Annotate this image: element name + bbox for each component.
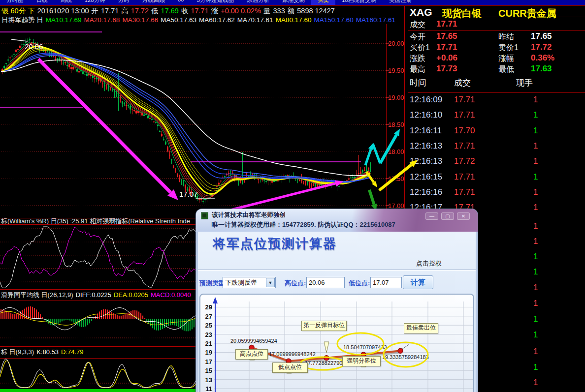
quote-field: 卖价1 — [498, 43, 519, 53]
svg-text:19: 19 — [205, 349, 212, 356]
ma-segment: MA70:17.61 — [237, 16, 273, 24]
menu-item[interactable]: 60 — [171, 0, 191, 5]
quote-field: 最高 — [410, 64, 425, 75]
prediction-type-select[interactable]: 下跌测反弹 ▼ — [223, 277, 276, 288]
tape-column-header: 现手 — [516, 77, 533, 89]
svg-text:29: 29 — [205, 303, 212, 311]
tape-partial-lot: 1 — [533, 283, 538, 293]
svg-text:15: 15 — [205, 367, 212, 374]
tape-partial-lot: 1 — [533, 299, 538, 308]
quote-field: 17.72 — [531, 42, 552, 52]
menu-item[interactable]: 5分钟超短线图 — [190, 0, 240, 5]
menu-item[interactable]: 美国注册 — [383, 0, 418, 5]
window-controls: — ▢ ✕ — [425, 212, 470, 220]
macd-label-segment: DIFF:0.0225 — [76, 291, 111, 299]
tape-partial-lot: 1 — [533, 347, 538, 357]
info-segment: 17.71 — [191, 7, 208, 15]
info-segment: 17.72 — [131, 7, 149, 15]
tape-column-header: 成交 — [454, 77, 471, 89]
info-segment: 低 — [151, 7, 159, 15]
menu-item[interactable]: 月线回顾 — [136, 0, 171, 5]
menu-item[interactable]: 原油交易 — [276, 0, 311, 5]
svg-text:19.3335759284183: 19.3335759284183 — [382, 354, 429, 360]
calculator-heading: 将军点位预测计算器 — [213, 235, 337, 252]
svg-text:19.50: 19.50 — [388, 67, 404, 74]
menu-item[interactable]: 120分钟 — [78, 0, 112, 5]
macd-label-segment: MACD:0.0040 — [151, 291, 191, 299]
svg-text:11: 11 — [205, 385, 212, 392]
menu-item[interactable]: 原油分析 — [240, 0, 276, 5]
prediction-type-value: 下跌测反弹 — [225, 279, 257, 286]
authorize-link[interactable]: 点击授权 — [416, 259, 442, 268]
quote-field: 成交 — [410, 20, 425, 30]
quote-field: 昨结 — [498, 32, 514, 42]
titlebar-line2: 唯一计算器授权使用群：154772859. 防伪认证QQ：2215610087 — [212, 220, 395, 229]
quote-name: 现货白银 — [442, 7, 482, 20]
ma-values-bar: 日将军趋势 日MA10:17.69MA20:17.68MA30:17.66MA5… — [1, 16, 404, 24]
quote-field: 17.71 — [436, 19, 457, 29]
williams-label-segment: 标(William's %R) 日(35) :25.91 相对强弱指标(Rela… — [1, 217, 190, 225]
maximize-button[interactable]: ▢ — [441, 212, 454, 220]
calculate-button[interactable]: 计算 — [403, 275, 433, 289]
menu-bar: 分时图日线周线120分钟分时月线回顾605分钟超短线图原油分析原油交易买卖10档… — [0, 0, 585, 5]
tape-partial-lot: 1 — [533, 330, 538, 340]
svg-text:20.0599994659424: 20.0599994659424 — [230, 338, 277, 344]
quote-field: 买价1 — [410, 43, 430, 53]
close-button[interactable]: ✕ — [457, 212, 470, 220]
tape-partial-lot: 1 — [533, 378, 538, 388]
calculator-icon — [201, 212, 208, 219]
kdj-label-segment: 标 日(9,3,3) — [1, 348, 34, 356]
tape-partial-lot: 1 — [533, 267, 538, 277]
quote-field: 17.71 — [436, 42, 457, 52]
kdj-indicator-label: 标 日(9,3,3)K:80.53D:74.79 — [1, 348, 86, 357]
menu-item[interactable]: 日线 — [30, 0, 54, 5]
macd-label-segment: 滑异同平均线 日(26,12,9) — [1, 291, 73, 299]
svg-text:17.07: 17.07 — [179, 190, 198, 198]
info-segment: 17.69 — [161, 7, 179, 15]
svg-text:20.06: 20.06 — [25, 42, 43, 51]
ma-segment: MA50:17.63 — [161, 16, 196, 24]
ma-segment: 日将军趋势 日 — [1, 16, 43, 24]
ma-segment: MA20:17.68 — [84, 16, 120, 24]
svg-text:20.00: 20.00 — [388, 40, 404, 47]
calculator-form: 预测类型: 下跌测反弹 ▼ 高位点: 低位点: 计算 — [198, 274, 476, 294]
menu-item[interactable]: 买卖 — [311, 0, 335, 5]
quote-field: 17.63 — [531, 64, 552, 74]
quote-market: CURR贵金属 — [498, 7, 556, 20]
svg-text:27: 27 — [205, 313, 212, 320]
quote-symbol: XAG — [410, 6, 432, 18]
minimize-button[interactable]: — — [425, 212, 438, 220]
prediction-chart: 29272523211917151311920.059999465942417.… — [199, 294, 474, 392]
menu-item[interactable]: 分时图 — [0, 0, 30, 5]
calculator-client: 将军点位预测计算器 点击授权 预测类型: 下跌测反弹 ▼ 高位点: 低位点: 计… — [198, 232, 476, 392]
menu-item[interactable]: 周线 — [54, 0, 78, 5]
svg-text:21: 21 — [205, 340, 212, 347]
calculator-titlebar[interactable]: 该计算技术由将军老师独创 唯一计算器授权使用群：154772859. 防伪认证Q… — [196, 209, 478, 232]
info-segment: 高 — [121, 7, 129, 15]
chart-callout: 最佳卖出位 — [404, 323, 438, 333]
svg-text:25: 25 — [205, 322, 212, 329]
info-segment: 5898 12427 — [297, 7, 335, 15]
ma-segment: MA160:17.61 — [356, 16, 395, 24]
info-segment: 额 — [288, 7, 295, 15]
kdj-label-segment: D:74.79 — [61, 348, 84, 356]
svg-text:13: 13 — [205, 376, 212, 384]
svg-text:18.50: 18.50 — [388, 121, 404, 128]
info-segment: 收 — [181, 7, 189, 15]
quote-field: 最低 — [498, 64, 514, 75]
high-point-label: 高位点: — [285, 279, 306, 288]
low-point-input[interactable] — [370, 277, 402, 288]
menu-item[interactable]: 分时 — [112, 0, 136, 5]
williams-indicator-label: 标(William's %R) 日(35) :25.91 相对强弱指标(Rela… — [1, 217, 193, 226]
tape-partial-lot: 1 — [533, 362, 538, 372]
info-segment: 17.71 — [101, 7, 119, 15]
ma-segment: MA10:17.69 — [46, 16, 82, 24]
high-point-input[interactable] — [306, 277, 345, 288]
ma-segment: MA80:17.60 — [276, 16, 312, 24]
menu-item[interactable]: 10档现货交易 — [335, 0, 383, 5]
dropdown-arrow-icon[interactable]: ▼ — [266, 278, 275, 287]
tape-column-header: 时间 — [410, 77, 426, 89]
svg-text:18.00: 18.00 — [388, 148, 404, 155]
ma-segment: MA60:17.62 — [199, 16, 235, 24]
low-point-label: 低位点: — [349, 279, 370, 288]
